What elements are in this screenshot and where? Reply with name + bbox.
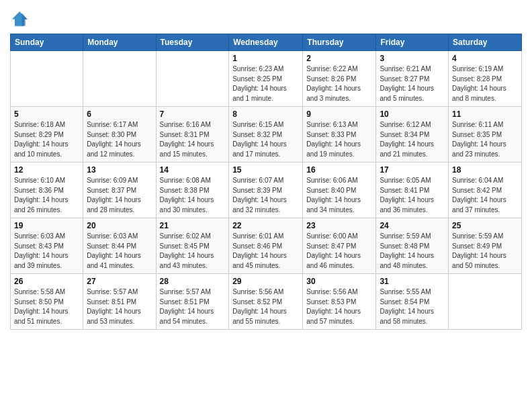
day-info: Sunrise: 5:58 AM Sunset: 8:50 PM Dayligh… bbox=[14, 287, 79, 326]
day-info: Sunrise: 6:02 AM Sunset: 8:45 PM Dayligh… bbox=[160, 232, 226, 271]
calendar-cell: 5Sunrise: 6:18 AM Sunset: 8:29 PM Daylig… bbox=[11, 107, 83, 163]
day-number: 22 bbox=[232, 221, 299, 230]
calendar-cell: 7Sunrise: 6:16 AM Sunset: 8:31 PM Daylig… bbox=[156, 107, 229, 163]
day-number: 9 bbox=[306, 109, 372, 119]
day-number: 3 bbox=[380, 54, 445, 63]
day-info: Sunrise: 6:01 AM Sunset: 8:46 PM Dayligh… bbox=[232, 232, 299, 271]
calendar-cell: 14Sunrise: 6:08 AM Sunset: 8:38 PM Dayli… bbox=[156, 163, 229, 218]
day-info: Sunrise: 6:19 AM Sunset: 8:28 PM Dayligh… bbox=[452, 64, 518, 103]
day-info: Sunrise: 6:09 AM Sunset: 8:37 PM Dayligh… bbox=[87, 176, 152, 215]
header-day-wednesday: Wednesday bbox=[229, 34, 303, 51]
calendar-cell: 26Sunrise: 5:58 AM Sunset: 8:50 PM Dayli… bbox=[11, 274, 83, 330]
calendar-cell bbox=[83, 51, 156, 107]
calendar-cell: 10Sunrise: 6:12 AM Sunset: 8:34 PM Dayli… bbox=[376, 107, 449, 163]
day-number: 12 bbox=[14, 165, 79, 175]
day-number: 19 bbox=[14, 221, 79, 230]
day-info: Sunrise: 6:08 AM Sunset: 8:38 PM Dayligh… bbox=[160, 176, 226, 215]
day-info: Sunrise: 6:16 AM Sunset: 8:31 PM Dayligh… bbox=[160, 120, 226, 159]
day-number: 27 bbox=[87, 277, 152, 286]
day-number: 8 bbox=[232, 109, 299, 119]
day-number: 2 bbox=[306, 54, 372, 63]
day-number: 18 bbox=[452, 165, 518, 175]
day-number: 29 bbox=[232, 277, 299, 286]
calendar-cell: 24Sunrise: 5:59 AM Sunset: 8:48 PM Dayli… bbox=[376, 218, 449, 274]
page: SundayMondayTuesdayWednesdayThursdayFrid… bbox=[0, 0, 532, 411]
header-row: SundayMondayTuesdayWednesdayThursdayFrid… bbox=[11, 34, 522, 51]
day-info: Sunrise: 6:23 AM Sunset: 8:25 PM Dayligh… bbox=[232, 64, 299, 103]
day-info: Sunrise: 6:05 AM Sunset: 8:41 PM Dayligh… bbox=[380, 176, 445, 215]
calendar-cell: 17Sunrise: 6:05 AM Sunset: 8:41 PM Dayli… bbox=[376, 163, 449, 218]
calendar-cell: 13Sunrise: 6:09 AM Sunset: 8:37 PM Dayli… bbox=[83, 163, 156, 218]
day-info: Sunrise: 5:59 AM Sunset: 8:48 PM Dayligh… bbox=[380, 232, 445, 271]
calendar-cell: 25Sunrise: 5:59 AM Sunset: 8:49 PM Dayli… bbox=[449, 218, 522, 274]
calendar-cell: 31Sunrise: 5:55 AM Sunset: 8:54 PM Dayli… bbox=[376, 274, 449, 330]
day-number: 26 bbox=[14, 277, 79, 286]
calendar-cell: 4Sunrise: 6:19 AM Sunset: 8:28 PM Daylig… bbox=[449, 51, 522, 107]
day-number: 6 bbox=[87, 109, 152, 119]
day-info: Sunrise: 6:03 AM Sunset: 8:43 PM Dayligh… bbox=[14, 232, 79, 271]
day-number: 16 bbox=[306, 165, 372, 175]
day-info: Sunrise: 6:13 AM Sunset: 8:33 PM Dayligh… bbox=[306, 120, 372, 159]
day-number: 31 bbox=[380, 277, 445, 286]
day-info: Sunrise: 6:07 AM Sunset: 8:39 PM Dayligh… bbox=[232, 176, 299, 215]
day-number: 11 bbox=[452, 109, 518, 119]
day-number: 13 bbox=[87, 165, 152, 175]
header-day-tuesday: Tuesday bbox=[156, 34, 229, 51]
day-info: Sunrise: 5:55 AM Sunset: 8:54 PM Dayligh… bbox=[380, 287, 445, 326]
day-info: Sunrise: 5:59 AM Sunset: 8:49 PM Dayligh… bbox=[452, 232, 518, 271]
day-number: 1 bbox=[232, 54, 299, 63]
day-number: 25 bbox=[452, 221, 518, 230]
calendar-cell: 21Sunrise: 6:02 AM Sunset: 8:45 PM Dayli… bbox=[156, 218, 229, 274]
day-info: Sunrise: 6:21 AM Sunset: 8:27 PM Dayligh… bbox=[380, 64, 445, 103]
calendar-cell: 27Sunrise: 5:57 AM Sunset: 8:51 PM Dayli… bbox=[83, 274, 156, 330]
day-info: Sunrise: 6:00 AM Sunset: 8:47 PM Dayligh… bbox=[306, 232, 372, 271]
calendar-cell: 28Sunrise: 5:57 AM Sunset: 8:51 PM Dayli… bbox=[156, 274, 229, 330]
calendar-cell: 12Sunrise: 6:10 AM Sunset: 8:36 PM Dayli… bbox=[11, 163, 83, 218]
calendar-cell: 18Sunrise: 6:04 AM Sunset: 8:42 PM Dayli… bbox=[449, 163, 522, 218]
calendar-cell: 16Sunrise: 6:06 AM Sunset: 8:40 PM Dayli… bbox=[303, 163, 376, 218]
day-number: 5 bbox=[14, 109, 79, 119]
calendar-body: 1Sunrise: 6:23 AM Sunset: 8:25 PM Daylig… bbox=[11, 51, 522, 330]
day-info: Sunrise: 6:12 AM Sunset: 8:34 PM Dayligh… bbox=[380, 120, 445, 159]
calendar-cell: 9Sunrise: 6:13 AM Sunset: 8:33 PM Daylig… bbox=[303, 107, 376, 163]
header bbox=[10, 7, 522, 28]
day-info: Sunrise: 6:10 AM Sunset: 8:36 PM Dayligh… bbox=[14, 176, 79, 215]
day-info: Sunrise: 6:22 AM Sunset: 8:26 PM Dayligh… bbox=[306, 64, 372, 103]
day-info: Sunrise: 5:57 AM Sunset: 8:51 PM Dayligh… bbox=[160, 287, 226, 326]
day-number: 10 bbox=[380, 109, 445, 119]
day-number: 20 bbox=[87, 221, 152, 230]
day-info: Sunrise: 6:17 AM Sunset: 8:30 PM Dayligh… bbox=[87, 120, 152, 159]
day-number: 23 bbox=[306, 221, 372, 230]
day-info: Sunrise: 5:56 AM Sunset: 8:52 PM Dayligh… bbox=[232, 287, 299, 326]
header-day-friday: Friday bbox=[376, 34, 449, 51]
calendar-cell: 22Sunrise: 6:01 AM Sunset: 8:46 PM Dayli… bbox=[229, 218, 303, 274]
week-row-3: 19Sunrise: 6:03 AM Sunset: 8:43 PM Dayli… bbox=[11, 218, 522, 274]
day-number: 30 bbox=[306, 277, 372, 286]
calendar-cell: 20Sunrise: 6:03 AM Sunset: 8:44 PM Dayli… bbox=[83, 218, 156, 274]
header-day-sunday: Sunday bbox=[11, 34, 83, 51]
day-info: Sunrise: 6:03 AM Sunset: 8:44 PM Dayligh… bbox=[87, 232, 152, 271]
header-day-saturday: Saturday bbox=[449, 34, 522, 51]
calendar-cell: 11Sunrise: 6:11 AM Sunset: 8:35 PM Dayli… bbox=[449, 107, 522, 163]
day-number: 15 bbox=[232, 165, 299, 175]
calendar-cell: 2Sunrise: 6:22 AM Sunset: 8:26 PM Daylig… bbox=[303, 51, 376, 107]
calendar-table: SundayMondayTuesdayWednesdayThursdayFrid… bbox=[10, 34, 522, 330]
day-info: Sunrise: 6:18 AM Sunset: 8:29 PM Dayligh… bbox=[14, 120, 79, 159]
day-number: 7 bbox=[160, 109, 226, 119]
day-number: 14 bbox=[160, 165, 226, 175]
day-number: 28 bbox=[160, 277, 226, 286]
day-info: Sunrise: 6:11 AM Sunset: 8:35 PM Dayligh… bbox=[452, 120, 518, 159]
calendar-cell: 30Sunrise: 5:56 AM Sunset: 8:53 PM Dayli… bbox=[303, 274, 376, 330]
calendar-cell: 29Sunrise: 5:56 AM Sunset: 8:52 PM Dayli… bbox=[229, 274, 303, 330]
calendar-cell: 15Sunrise: 6:07 AM Sunset: 8:39 PM Dayli… bbox=[229, 163, 303, 218]
calendar-header: SundayMondayTuesdayWednesdayThursdayFrid… bbox=[11, 34, 522, 51]
day-number: 21 bbox=[160, 221, 226, 230]
calendar-cell: 8Sunrise: 6:15 AM Sunset: 8:32 PM Daylig… bbox=[229, 107, 303, 163]
logo-icon bbox=[10, 9, 29, 28]
calendar-cell: 19Sunrise: 6:03 AM Sunset: 8:43 PM Dayli… bbox=[11, 218, 83, 274]
day-info: Sunrise: 6:06 AM Sunset: 8:40 PM Dayligh… bbox=[306, 176, 372, 215]
calendar-cell: 6Sunrise: 6:17 AM Sunset: 8:30 PM Daylig… bbox=[83, 107, 156, 163]
day-info: Sunrise: 6:15 AM Sunset: 8:32 PM Dayligh… bbox=[232, 120, 299, 159]
header-day-thursday: Thursday bbox=[303, 34, 376, 51]
week-row-4: 26Sunrise: 5:58 AM Sunset: 8:50 PM Dayli… bbox=[11, 274, 522, 330]
